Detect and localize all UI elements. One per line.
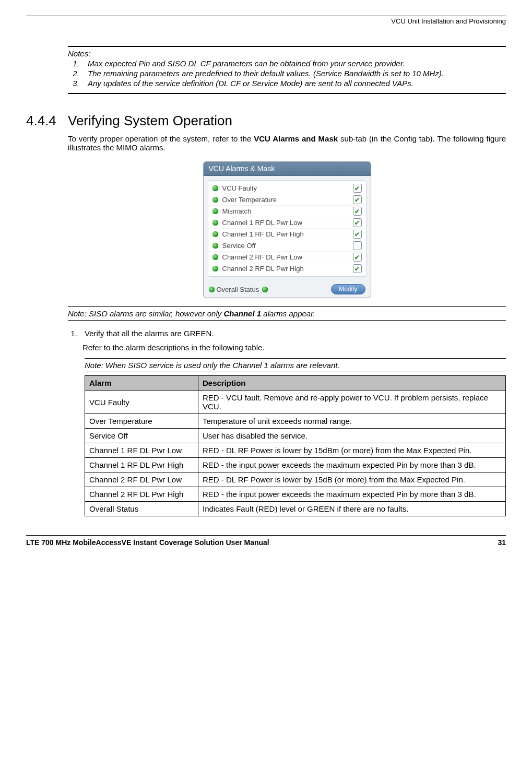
table-row: Overall StatusIndicates Fault (RED) leve… [85, 502, 506, 516]
panel-title: VCU Alarms & Mask [204, 162, 371, 176]
table-row: Channel 1 RF DL Pwr HighRED - the input … [85, 458, 506, 472]
mask-checkbox[interactable]: ✔ [353, 264, 362, 273]
table-cell: Channel 2 RF DL Pwr Low [85, 472, 198, 487]
alarms-panel: VCU Alarms & Mask VCU Faulty✔Over Temper… [203, 161, 371, 298]
section-number: 4.4.4 [26, 113, 68, 129]
table-cell: Overall Status [85, 502, 198, 516]
modify-button[interactable]: Modify [331, 284, 365, 294]
table-row: VCU FaultyRED - VCU fault. Remove and re… [85, 391, 506, 414]
mask-checkbox[interactable]: ✔ [353, 207, 362, 216]
status-dot-icon [212, 243, 218, 249]
step-list: Verify that all the alarms are GREEN. [68, 329, 506, 338]
alarm-label: Mismatch [222, 207, 353, 215]
status-dot-icon [212, 197, 218, 203]
note1-post: alarms appear. [261, 309, 315, 318]
page-number: 31 [498, 538, 506, 547]
alarm-label: Channel 2 RF DL Pwr Low [222, 253, 353, 261]
mask-checkbox[interactable]: ✔ [353, 230, 362, 239]
mask-checkbox[interactable]: ✔ [353, 253, 362, 262]
intro-paragraph: To verify proper operation of the system… [68, 134, 506, 152]
notes-item: Max expected Pin and SISO DL CF paramete… [81, 59, 506, 68]
mask-checkbox[interactable]: ✔ [353, 218, 362, 227]
intro-pre: To verify proper operation of the system… [68, 134, 254, 143]
status-dot-icon [212, 254, 218, 260]
table-header: Description [198, 376, 506, 391]
table-cell: RED - DL RF Power is lower by 15dB (or m… [198, 472, 506, 487]
status-dot-icon [212, 220, 218, 226]
note-channel1: Note: When SISO service is used only the… [85, 358, 506, 372]
table-cell: RED - the input power exceeds the maximu… [198, 458, 506, 472]
alarm-label: Channel 2 RF DL Pwr High [222, 265, 353, 273]
footer-left: LTE 700 MHz MobileAccessVE Instant Cover… [26, 538, 269, 547]
alarm-row: Service Off✔ [208, 240, 366, 251]
table-cell: VCU Faulty [85, 391, 198, 414]
table-cell: Service Off [85, 429, 198, 443]
table-cell: RED - the input power exceeds the maximu… [198, 487, 506, 502]
mask-checkbox[interactable]: ✔ [353, 195, 362, 204]
table-row: Channel 2 RF DL Pwr HighRED - the input … [85, 487, 506, 502]
step-sub: Refer to the alarm descriptions in the f… [82, 343, 506, 352]
alarm-row: Channel 1 RF DL Pwr Low✔ [208, 217, 366, 228]
alarm-row: Channel 2 RF DL Pwr Low✔ [208, 251, 366, 263]
status-dot-icon [212, 231, 218, 237]
mask-checkbox[interactable]: ✔ [353, 184, 362, 193]
alarm-row: Channel 2 RF DL Pwr High✔ [208, 263, 366, 274]
note1-bold: Channel 1 [223, 309, 261, 318]
alarm-label: Channel 1 RF DL Pwr Low [222, 219, 353, 227]
notes-title: Notes: [68, 49, 506, 58]
step-item: Verify that all the alarms are GREEN. [79, 329, 506, 338]
notes-item: The remaining parameters are predefined … [81, 69, 506, 78]
status-dot-icon [209, 287, 215, 292]
status-dot-icon [212, 185, 218, 191]
alarm-label: VCU Faulty [222, 184, 353, 192]
table-row: Service OffUser has disabled the service… [85, 429, 506, 443]
alarm-label: Over Temperature [222, 196, 353, 204]
notes-box: Notes: Max expected Pin and SISO DL CF p… [68, 46, 506, 94]
table-row: Channel 1 RF DL Pwr LowRED - DL RF Power… [85, 443, 506, 458]
status-dot-icon [262, 287, 268, 292]
alarm-row: Mismatch✔ [208, 205, 366, 217]
table-cell: Over Temperature [85, 414, 198, 429]
table-cell: RED - VCU fault. Remove and re-apply pow… [198, 391, 506, 414]
intro-bold: VCU Alarms and Mask [254, 134, 338, 143]
table-cell: Temperature of unit exceeds normal range… [198, 414, 506, 429]
notes-list: Max expected Pin and SISO DL CF paramete… [68, 59, 506, 88]
table-cell: Channel 1 RF DL Pwr High [85, 458, 198, 472]
table-cell: Indicates Fault (RED) level or GREEN if … [198, 502, 506, 516]
table-row: Over TemperatureTemperature of unit exce… [85, 414, 506, 429]
notes-item: Any updates of the service definition (D… [81, 79, 506, 88]
note-siso: Note: SISO alarms are similar, however o… [68, 306, 506, 321]
table-row: Channel 2 RF DL Pwr LowRED - DL RF Power… [85, 472, 506, 487]
mask-checkbox[interactable]: ✔ [353, 241, 362, 250]
alarm-label: Service Off [222, 242, 353, 250]
table-cell: User has disabled the service. [198, 429, 506, 443]
table-cell: Channel 2 RF DL Pwr High [85, 487, 198, 502]
header-right: VCU Unit Installation and Provisioning [26, 17, 506, 25]
table-cell: Channel 1 RF DL Pwr Low [85, 443, 198, 458]
alarm-table: Alarm Description VCU FaultyRED - VCU fa… [85, 375, 506, 516]
status-dot-icon [212, 208, 218, 214]
note1-pre: Note: SISO alarms are similar, however o… [68, 309, 223, 318]
alarm-label: Channel 1 RF DL Pwr High [222, 230, 353, 238]
alarm-row: Channel 1 RF DL Pwr High✔ [208, 228, 366, 240]
alarm-row: VCU Faulty✔ [208, 183, 366, 194]
status-dot-icon [212, 266, 218, 271]
section-title: Verifying System Operation [68, 113, 232, 129]
overall-status-label: Overall Status [217, 286, 259, 293]
table-cell: RED - DL RF Power is lower by 15dBm (or … [198, 443, 506, 458]
table-header: Alarm [85, 376, 198, 391]
alarm-row: Over Temperature✔ [208, 194, 366, 205]
